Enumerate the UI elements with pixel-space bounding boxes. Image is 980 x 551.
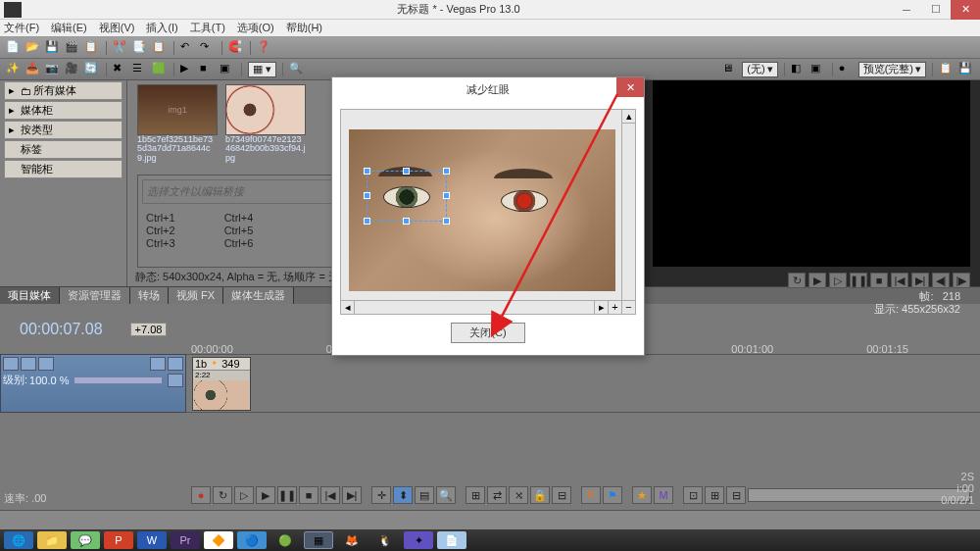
timeline-clip[interactable]: 1b🔸349 2:22: [192, 357, 251, 411]
tree-all-media[interactable]: ▸🗀 所有媒体: [4, 81, 122, 100]
copy-frame-icon[interactable]: 📋: [939, 62, 955, 77]
resize-handle[interactable]: [364, 192, 370, 199]
task-app2-icon[interactable]: 🔶: [204, 531, 233, 549]
track-fx-icon[interactable]: [38, 357, 54, 371]
redo-icon[interactable]: ↷: [200, 40, 216, 56]
resize-handle[interactable]: [403, 168, 410, 175]
quality-combo[interactable]: 预览(完整) ▾: [858, 62, 926, 77]
thumb-item[interactable]: b7349f00747e212346842b00b393cf94.jpg: [225, 84, 306, 163]
save-frame-icon[interactable]: 💾: [958, 62, 974, 77]
record-icon[interactable]: ●: [191, 486, 211, 504]
save-icon[interactable]: 💾: [45, 40, 61, 56]
dialog-titlebar[interactable]: 减少红眼 ✕: [332, 77, 644, 101]
import-icon[interactable]: 📥: [25, 62, 41, 77]
menu-help[interactable]: 帮助(H): [286, 21, 322, 35]
dialog-close-button[interactable]: ✕: [616, 77, 644, 97]
pause-icon[interactable]: ❚❚: [277, 486, 297, 504]
tab-media-gen[interactable]: 媒体生成器: [223, 287, 294, 304]
play-icon[interactable]: ▶: [808, 273, 826, 288]
delete-icon[interactable]: ✖: [113, 62, 128, 77]
next-frame-icon[interactable]: |▶: [953, 273, 970, 288]
envelope-icon[interactable]: ⬍: [393, 486, 413, 504]
track-header[interactable]: 级别: 100.0 %: [0, 354, 186, 413]
resize-handle[interactable]: [443, 168, 450, 175]
prev-frame-icon[interactable]: ◀|: [932, 273, 950, 288]
tab-transitions[interactable]: 转场: [130, 287, 169, 304]
stop-icon[interactable]: ■: [299, 486, 318, 504]
wand-icon[interactable]: ✨: [6, 62, 22, 77]
cut-icon[interactable]: ✂️: [113, 40, 128, 56]
tab-explorer[interactable]: 资源管理器: [60, 287, 130, 304]
track-bypass-icon[interactable]: [21, 357, 36, 371]
view-combo[interactable]: ▦ ▾: [248, 62, 276, 77]
tab-video-fx[interactable]: 视频 FX: [169, 287, 223, 304]
task-app-icon[interactable]: 🌐: [4, 531, 33, 549]
autoplay-icon[interactable]: ▣: [220, 62, 235, 77]
select-icon[interactable]: ▤: [415, 486, 434, 504]
go-start-icon[interactable]: |◀: [320, 486, 340, 504]
snap-icon[interactable]: 🧲: [228, 40, 244, 56]
task-app3-icon[interactable]: 🔵: [237, 531, 267, 549]
resize-handle[interactable]: [364, 168, 370, 175]
pause-icon[interactable]: ❚❚: [850, 273, 867, 288]
refresh-icon[interactable]: 🔄: [84, 62, 100, 77]
menu-edit[interactable]: 编辑(E): [51, 21, 87, 35]
split-icon[interactable]: ◧: [791, 62, 807, 77]
paste-icon[interactable]: 📋: [152, 40, 168, 56]
thumb-item[interactable]: img1 1b5c7ef32511be735d3a7dd71a8644c9.jp…: [137, 84, 218, 163]
resize-handle[interactable]: [403, 218, 410, 225]
tree-smart[interactable]: 智能柜: [4, 160, 122, 178]
zoom-out-icon[interactable]: −: [621, 301, 635, 315]
start-icon[interactable]: |◀: [891, 273, 908, 288]
track-more-icon[interactable]: [168, 374, 183, 387]
track-lane[interactable]: 1b🔸349 2:22: [186, 354, 980, 413]
scroll-up-icon[interactable]: ▴: [622, 110, 635, 124]
scope-icon[interactable]: ●: [839, 62, 855, 77]
task-firefox-icon[interactable]: 🦊: [337, 531, 367, 549]
task-qq-icon[interactable]: 🐧: [370, 531, 400, 549]
scroll-right-icon[interactable]: ▸: [594, 301, 608, 314]
task-powerpoint-icon[interactable]: P: [104, 531, 133, 549]
new-icon[interactable]: 📄: [6, 40, 22, 56]
dialog-vscroll[interactable]: ▴: [621, 110, 635, 300]
task-chrome-icon[interactable]: 🟢: [270, 531, 300, 549]
scroll-left-icon[interactable]: ◂: [341, 301, 355, 314]
selection-box[interactable]: [367, 171, 447, 222]
track-mute-icon[interactable]: [150, 357, 166, 371]
snap-toggle-icon[interactable]: ⊞: [466, 486, 485, 504]
marker-flag-icon[interactable]: ⚑: [603, 486, 622, 504]
task-app5-icon[interactable]: 📄: [437, 531, 466, 549]
zoom-icon[interactable]: 🔍: [436, 486, 456, 504]
tree-media-cabinet[interactable]: ▸媒体柜: [4, 101, 122, 120]
resize-handle[interactable]: [443, 192, 450, 199]
tree-by-type[interactable]: ▸按类型: [4, 121, 122, 139]
play-start-icon[interactable]: ▷: [829, 273, 847, 288]
none-combo[interactable]: (无) ▾: [742, 62, 777, 77]
camera-icon[interactable]: 📷: [45, 62, 61, 77]
zoom-in-icon[interactable]: +: [608, 301, 621, 315]
dialog-hscroll[interactable]: ◂ ▸ + −: [341, 300, 635, 314]
loop-icon[interactable]: ↻: [788, 273, 806, 288]
open-icon[interactable]: 📂: [25, 40, 41, 56]
task-app4-icon[interactable]: ✦: [404, 531, 433, 549]
props-icon[interactable]: ☰: [132, 62, 148, 77]
play-start-icon[interactable]: ▷: [234, 486, 254, 504]
maximize-button[interactable]: ☐: [921, 0, 951, 20]
render-icon[interactable]: 🎬: [65, 40, 80, 56]
end-icon[interactable]: ▶|: [911, 273, 929, 288]
auto-xfade-icon[interactable]: ⤨: [509, 486, 528, 504]
loop-icon[interactable]: ↻: [213, 486, 232, 504]
stop-icon[interactable]: ■: [870, 273, 888, 288]
dialog-close-action-button[interactable]: 关闭(C): [451, 323, 524, 343]
normal-edit-icon[interactable]: ✛: [371, 486, 391, 504]
close-button[interactable]: ✕: [951, 0, 980, 20]
menu-options[interactable]: 选项(O): [237, 21, 274, 35]
grid-b-icon[interactable]: ⊞: [705, 486, 724, 504]
play-icon[interactable]: ▶: [180, 62, 196, 77]
menu-file[interactable]: 文件(F): [4, 21, 39, 35]
menu-insert[interactable]: 插入(I): [146, 21, 177, 35]
menu-view[interactable]: 视图(V): [99, 21, 135, 35]
menu-tools[interactable]: 工具(T): [190, 21, 225, 35]
task-word-icon[interactable]: W: [137, 531, 167, 549]
auto-ripple-icon[interactable]: ⇄: [487, 486, 507, 504]
